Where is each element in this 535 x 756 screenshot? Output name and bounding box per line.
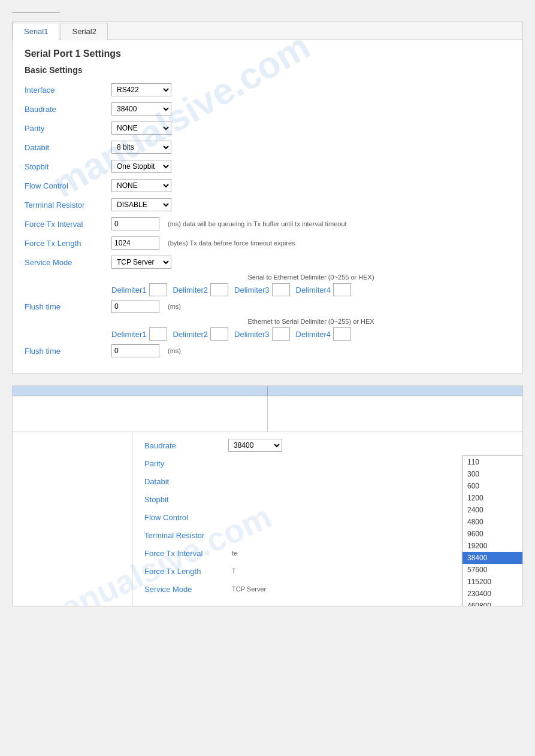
databit-label: Databit [25, 143, 111, 152]
panel2-row2: manualsive.com Baudrate 38400 110 [13, 432, 522, 606]
e2s-d1-input[interactable] [149, 327, 167, 341]
s2e-d3-label: Delimiter3 [234, 286, 270, 294]
s2e-d4-label: Delimiter4 [296, 286, 331, 294]
p2-forcetxint-row: Force Tx Interval te [144, 546, 510, 560]
p2-baudrate-dropdown-wrapper: 38400 110 300 600 1200 2400 4800 9 [228, 439, 282, 452]
s2e-d2-input[interactable] [210, 283, 228, 296]
forcetxinterval-label: Force Tx Interval [25, 220, 111, 229]
p2-baudrate-select[interactable]: 38400 [228, 439, 282, 452]
opt-460800[interactable]: 460800 [463, 600, 523, 606]
baudrate-select[interactable]: 38400 9600 115200 [111, 102, 171, 116]
s2e-d1: Delimiter1 [111, 283, 167, 296]
s2e-d4-input[interactable] [333, 283, 351, 296]
parity-select[interactable]: NONE ODD EVEN [111, 122, 171, 135]
e2s-d1: Delimiter1 [111, 327, 167, 341]
s2e-flushtime-row: Flush time 0 (ms) [25, 299, 510, 314]
p2-termresistor-row: Terminal Resistor [144, 528, 510, 542]
s2e-flushtime-label: Flush time [25, 302, 111, 311]
panel2-header-cell2 [268, 386, 522, 396]
e2s-flushtime-input[interactable]: 0 [111, 344, 159, 357]
databit-row: Databit 8 bits 7 bits [25, 139, 510, 155]
baudrate-dropdown-overlay: 110 300 600 1200 2400 4800 9600 19200 38… [462, 456, 523, 606]
s2e-d3-input[interactable] [272, 283, 290, 296]
p2-forcetxint-label: Force Tx Interval [144, 549, 228, 558]
opt-300[interactable]: 300 [463, 468, 523, 480]
terminalresistor-row: Terminal Resistor DISABLE ENABLE [25, 197, 510, 212]
flowcontrol-select[interactable]: NONE RTS/CTS XON/XOFF [111, 179, 171, 192]
tabs: Serial1 Serial2 [13, 22, 522, 40]
serial-to-eth-section: Serial to Ethernet Delimiter (0~255 or H… [111, 274, 510, 296]
opt-57600[interactable]: 57600 [463, 564, 523, 576]
opt-1200[interactable]: 1200 [463, 492, 523, 504]
s2e-flushtime-input[interactable]: 0 [111, 300, 159, 313]
p2-servicemode-row: Service Mode TCP Server [144, 582, 510, 596]
panel2-header [13, 386, 522, 396]
s2e-flushtime-control: 0 (ms) [111, 300, 181, 313]
baudrate-dropdown-list: 110 300 600 1200 2400 4800 9600 19200 38… [463, 456, 523, 606]
p2-flowcontrol-label: Flow Control [144, 513, 228, 522]
panel2-r1-c1 [13, 396, 268, 432]
opt-38400[interactable]: 38400 [463, 552, 523, 564]
flowcontrol-label: Flow Control [25, 181, 111, 190]
opt-110[interactable]: 110 [463, 456, 523, 468]
forcetxlength-row: Force Tx Length 1024 (bytes) Tx data bef… [25, 235, 510, 251]
panel1: manualsive.com Serial1 Serial2 Serial Po… [12, 22, 523, 374]
p2-servicemode-value: TCP Server [232, 585, 266, 593]
eth-to-serial-title: Ethernet to Serial Delimiter (0~255) or … [111, 318, 510, 325]
e2s-d3-label: Delimiter3 [234, 330, 270, 339]
e2s-d2-input[interactable] [210, 327, 228, 341]
p2-forcetxlen-row: Force Tx Length T [144, 564, 510, 578]
parity-row: Parity NONE ODD EVEN [25, 120, 510, 136]
p2-parity-label: Parity [144, 459, 228, 468]
opt-230400[interactable]: 230400 [463, 588, 523, 600]
databit-select[interactable]: 8 bits 7 bits [111, 141, 171, 154]
baudrate-row: Baudrate 38400 9600 115200 [25, 101, 510, 117]
e2s-flushtime-label: Flush time [25, 347, 111, 356]
terminalresistor-select[interactable]: DISABLE ENABLE [111, 198, 171, 211]
p2-databit-row: Databit [144, 474, 510, 488]
panel2-r1-c2 [268, 396, 522, 432]
tab-serial1[interactable]: Serial1 [13, 23, 59, 40]
p2-parity-row: Parity [144, 456, 510, 470]
e2s-flushtime-hint: (ms) [168, 347, 181, 354]
p2-forcetxlen-hint: T [232, 567, 236, 575]
e2s-d3-input[interactable] [272, 327, 290, 341]
forcetxlength-input[interactable]: 1024 [111, 236, 159, 250]
e2s-d2-label: Delimiter2 [173, 330, 208, 339]
forcetxinterval-input[interactable]: 0 [111, 217, 159, 230]
opt-2400[interactable]: 2400 [463, 504, 523, 516]
panel1-content: Serial Port 1 Settings Basic Settings In… [13, 40, 522, 373]
forcetxinterval-row: Force Tx Interval 0 (ms) data will be qu… [25, 216, 510, 232]
stopbit-select[interactable]: One Stopbit Two Stopbits [111, 160, 171, 173]
s2e-d3: Delimiter3 [234, 283, 290, 296]
tab-serial2[interactable]: Serial2 [61, 23, 107, 40]
e2s-flushtime-row: Flush time 0 (ms) [25, 343, 510, 359]
terminalresistor-control: DISABLE ENABLE [111, 198, 171, 211]
top-line [12, 12, 60, 13]
e2s-d4: Delimiter4 [296, 327, 352, 341]
opt-19200[interactable]: 19200 [463, 540, 523, 552]
e2s-d4-input[interactable] [333, 327, 351, 341]
servicemode-row: Service Mode TCP Server TCP Client UDP [25, 254, 510, 270]
p2-databit-label: Databit [144, 477, 228, 486]
e2s-d4-label: Delimiter4 [296, 330, 331, 339]
databit-control: 8 bits 7 bits [111, 141, 171, 154]
panel2: manualsive.com Baudrate 38400 110 [12, 385, 523, 606]
opt-115200[interactable]: 115200 [463, 576, 523, 588]
s2e-d4: Delimiter4 [296, 283, 352, 296]
opt-600[interactable]: 600 [463, 480, 523, 492]
page-container: manualsive.com Serial1 Serial2 Serial Po… [12, 12, 523, 606]
opt-9600[interactable]: 9600 [463, 528, 523, 540]
interface-control: RS422 RS232 RS485 [111, 83, 171, 96]
s2e-d1-label: Delimiter1 [111, 286, 147, 294]
s2e-d1-input[interactable] [149, 283, 167, 296]
interface-select[interactable]: RS422 RS232 RS485 [111, 83, 171, 96]
e2s-flushtime-control: 0 (ms) [111, 344, 181, 357]
opt-4800[interactable]: 4800 [463, 516, 523, 528]
servicemode-select[interactable]: TCP Server TCP Client UDP [111, 256, 171, 269]
forcetxinterval-hint: (ms) data will be queueing in Tx buffer … [168, 220, 347, 227]
stopbit-row: Stopbit One Stopbit Two Stopbits [25, 159, 510, 174]
panel2-r2-left: manualsive.com [13, 432, 132, 606]
panel2-header-cell1 [13, 386, 268, 396]
interface-row: Interface RS422 RS232 RS485 [25, 82, 510, 98]
